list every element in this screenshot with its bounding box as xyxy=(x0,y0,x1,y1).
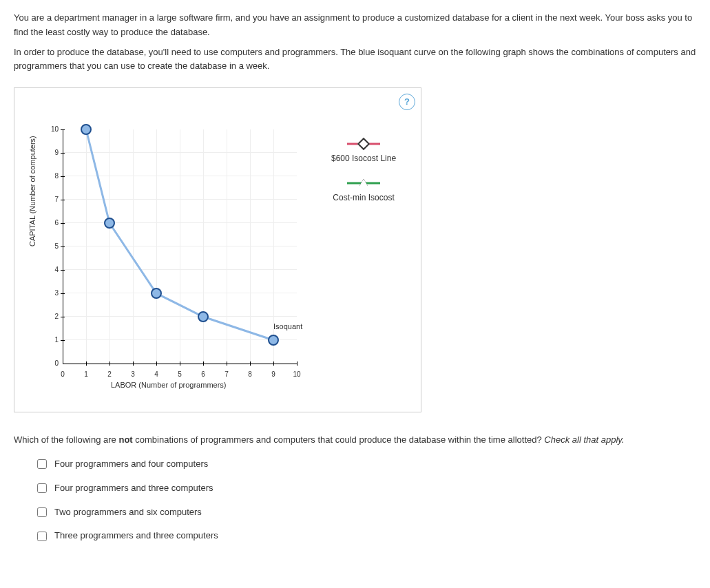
x-tick: 4 xyxy=(154,369,158,380)
option-label: Four programmers and three computers xyxy=(54,481,213,496)
option-checkbox[interactable] xyxy=(37,459,47,469)
y-tick: 10 xyxy=(49,124,59,135)
triangle-icon[interactable] xyxy=(347,179,380,187)
svg-point-4 xyxy=(269,335,278,345)
option-label: Two programmers and six computers xyxy=(54,505,202,520)
graph-panel: ? CAPITAL (Number of computers) LABOR (N… xyxy=(14,87,421,412)
option-label: Three programmers and three computers xyxy=(54,529,218,543)
question-block: Which of the following are not combinati… xyxy=(14,433,696,543)
svg-point-0 xyxy=(81,125,91,134)
y-tick: 5 xyxy=(49,241,59,252)
y-axis-label: CAPITAL (Number of computers) xyxy=(27,136,39,246)
y-tick: 3 xyxy=(49,288,59,299)
x-axis-label: LABOR (Number of programmers) xyxy=(111,379,227,392)
option-checkbox[interactable] xyxy=(37,532,47,541)
x-tick: 3 xyxy=(131,369,135,380)
x-tick: 8 xyxy=(248,369,252,380)
question-prompt: Which of the following are not combinati… xyxy=(14,433,696,448)
option-row[interactable]: Three programmers and three computers xyxy=(34,529,696,543)
option-row[interactable]: Four programmers and four computers xyxy=(34,457,696,472)
options-group: Four programmers and four computersFour … xyxy=(14,457,696,543)
y-tick: 6 xyxy=(49,218,59,229)
x-tick: 9 xyxy=(271,369,275,380)
y-tick: 0 xyxy=(49,358,59,369)
y-tick: 2 xyxy=(49,311,59,322)
option-label: Four programmers and four computers xyxy=(54,457,208,472)
option-row[interactable]: Two programmers and six computers xyxy=(34,505,696,520)
diamond-icon[interactable] xyxy=(347,140,380,148)
option-checkbox[interactable] xyxy=(37,483,47,493)
y-tick: 4 xyxy=(49,264,59,275)
legend-costmin-label: Cost-min Isocost xyxy=(333,193,394,202)
y-tick: 9 xyxy=(49,147,59,158)
x-tick: 7 xyxy=(225,369,229,380)
x-tick: 10 xyxy=(293,369,300,380)
isoquant-label: Isoquant xyxy=(273,321,302,333)
option-row[interactable]: Four programmers and three computers xyxy=(34,481,696,496)
legend-isocost-label: $600 Isocost Line xyxy=(331,154,396,163)
help-icon[interactable]: ? xyxy=(399,94,415,110)
svg-point-2 xyxy=(152,288,161,298)
x-tick: 0 xyxy=(61,369,65,380)
y-tick: 8 xyxy=(49,171,59,182)
option-checkbox[interactable] xyxy=(37,507,47,517)
x-tick: 2 xyxy=(107,369,112,380)
svg-point-3 xyxy=(198,312,208,322)
svg-point-1 xyxy=(105,218,114,228)
y-tick: 1 xyxy=(49,335,59,346)
intro-paragraph-1: You are a department manager in a large … xyxy=(14,11,696,40)
intro-paragraph-2: In order to produce the database, you'll… xyxy=(14,45,696,74)
x-tick: 5 xyxy=(178,369,182,380)
x-tick: 1 xyxy=(84,369,88,380)
intro-text: You are a department manager in a large … xyxy=(14,11,696,74)
x-tick: 6 xyxy=(201,369,205,380)
graph-legend: $600 Isocost Line Cost-min Isocost xyxy=(331,136,396,217)
isoquant-curve[interactable] xyxy=(63,129,297,364)
y-tick: 7 xyxy=(49,194,59,205)
